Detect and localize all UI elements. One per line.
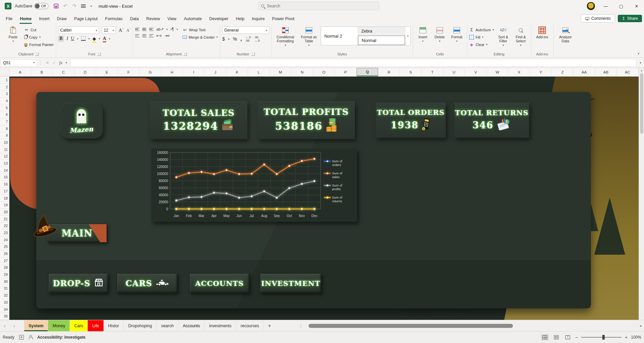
row-header-20[interactable]: 20	[0, 209, 9, 216]
column-header-t[interactable]: T	[421, 68, 443, 76]
sheet-tab-life[interactable]: Life	[88, 320, 104, 331]
comma-style-icon[interactable]: ,	[240, 36, 242, 42]
row-header-2[interactable]: 2	[0, 84, 9, 91]
collapse-ribbon-chevron-icon[interactable]: ▾	[634, 52, 643, 57]
column-header-y[interactable]: Y	[530, 68, 552, 76]
alignment-dialog-launcher-icon[interactable]	[184, 52, 187, 56]
scroll-up-icon[interactable]: ▴	[641, 68, 642, 72]
row-header-17[interactable]: 17	[0, 188, 9, 195]
clipboard-dialog-launcher-icon[interactable]	[35, 52, 39, 56]
tab-scrollbar-splitter[interactable]: ⋮	[295, 320, 307, 331]
column-header-u[interactable]: U	[443, 68, 465, 76]
enter-icon[interactable]: ✓	[52, 60, 56, 65]
zoom-level[interactable]: 100%	[631, 335, 641, 340]
expand-formula-bar-icon[interactable]: ▾	[638, 61, 643, 65]
macro-record-icon[interactable]	[19, 335, 24, 340]
merge-center-button[interactable]: ↔Merge & Center▾	[183, 34, 218, 40]
align-middle-icon[interactable]	[142, 28, 147, 31]
cars-button[interactable]: CARS	[117, 273, 177, 293]
column-header-d[interactable]: D	[75, 68, 96, 76]
font-color-button[interactable]: A	[103, 36, 106, 41]
column-header-z[interactable]: Z	[552, 68, 574, 76]
align-bottom-icon[interactable]	[149, 28, 154, 31]
autosave-switch[interactable]: Off	[34, 3, 48, 9]
row-header-1[interactable]: 1	[0, 77, 9, 84]
wrap-text-button[interactable]: ↩Wrap Text	[183, 27, 218, 33]
ribbon-tab-formulas[interactable]: Formulas	[102, 14, 126, 24]
sheet-nav-left-icon[interactable]: ‹	[0, 320, 9, 331]
column-header-i[interactable]: I	[183, 68, 205, 76]
row-header-18[interactable]: 18	[0, 195, 9, 202]
style-normal-2[interactable]: Normal 2	[321, 27, 358, 45]
row-header-3[interactable]: 3	[0, 90, 9, 97]
column-header-h[interactable]: H	[161, 68, 183, 76]
bold-button[interactable]: B	[58, 36, 64, 42]
text-direction-icon[interactable]: ›¶	[170, 27, 174, 32]
analyze-data-button[interactable]: Analyze Data	[556, 25, 575, 43]
underline-button[interactable]: U	[71, 36, 74, 41]
zoom-slider-handle[interactable]	[602, 335, 605, 340]
row-header-34[interactable]: 34	[0, 306, 9, 313]
delete-cells-button[interactable]: Delete▾	[432, 25, 447, 43]
decrease-decimal-icon[interactable]: .00→.0	[254, 36, 260, 42]
fill-color-button[interactable]: ◆	[92, 36, 96, 42]
column-header-b[interactable]: B	[31, 68, 53, 76]
conditional-formatting-button[interactable]: Conditional Formatting▾	[274, 25, 297, 47]
number-format-select[interactable]: General▾	[222, 27, 269, 34]
investment-button[interactable]: INVESTMENT	[260, 273, 321, 293]
orientation-icon[interactable]: ab↗	[156, 27, 163, 32]
copy-button[interactable]: Copy▾	[24, 34, 54, 40]
ribbon-tab-view[interactable]: View	[164, 14, 180, 24]
row-header-9[interactable]: 9	[0, 132, 9, 139]
ribbon-tab-automate[interactable]: Automate	[180, 14, 206, 24]
zoom-out-icon[interactable]: −	[575, 335, 578, 340]
sheet-tab-dropshoping[interactable]: Dropshoping	[124, 320, 157, 331]
row-header-21[interactable]: 21	[0, 216, 9, 223]
horizontal-scroll-thumb[interactable]	[309, 324, 513, 328]
align-left-icon[interactable]	[135, 34, 139, 37]
redo-icon[interactable]: ↷	[72, 3, 77, 9]
horizontal-scrollbar[interactable]: ▸	[307, 320, 644, 331]
fill-button[interactable]: ↓Fill▾	[469, 34, 494, 40]
clear-button[interactable]: ◈Clear▾	[469, 41, 494, 48]
ribbon-tab-developer[interactable]: Developer	[205, 14, 232, 24]
paste-button[interactable]: Paste▾	[3, 25, 23, 43]
row-header-5[interactable]: 5	[0, 104, 9, 112]
column-header-ab[interactable]: AB	[595, 68, 617, 76]
format-cells-button[interactable]: Format▾	[449, 25, 465, 43]
row-header-27[interactable]: 27	[0, 257, 9, 264]
align-right-icon[interactable]	[149, 34, 154, 37]
column-header-m[interactable]: M	[270, 68, 292, 76]
normal-view-button[interactable]	[541, 334, 549, 341]
column-header-q[interactable]: Q	[357, 68, 378, 76]
search-input[interactable]	[267, 4, 376, 8]
save-icon[interactable]	[54, 4, 58, 8]
sheet-tab-money[interactable]: Money	[48, 320, 70, 331]
name-box[interactable]: Q51▾	[1, 59, 37, 67]
accounts-button[interactable]: ACCOUNTS	[190, 273, 249, 293]
row-header-32[interactable]: 32	[0, 292, 9, 299]
row-header-16[interactable]: 16	[0, 181, 9, 188]
maximize-button[interactable]: ▢	[616, 4, 626, 9]
row-header-4[interactable]: 4	[0, 97, 9, 104]
align-top-icon[interactable]	[135, 28, 139, 31]
row-header-15[interactable]: 15	[0, 174, 9, 181]
row-header-12[interactable]: 12	[0, 153, 9, 160]
formula-input[interactable]	[71, 59, 637, 67]
italic-button[interactable]: I	[67, 36, 68, 41]
row-header-31[interactable]: 31	[0, 285, 9, 292]
column-header-r[interactable]: R	[378, 68, 400, 76]
row-header-24[interactable]: 24	[0, 237, 9, 244]
insert-function-icon[interactable]: fx	[59, 60, 62, 66]
format-painter-button[interactable]: Format Painter	[24, 41, 54, 48]
new-sheet-button[interactable]: +	[264, 320, 275, 331]
accounting-format-icon[interactable]: $	[222, 36, 225, 42]
column-header-g[interactable]: G	[139, 68, 161, 76]
column-header-a[interactable]: A	[9, 68, 31, 76]
column-header-j[interactable]: J	[205, 68, 227, 76]
page-break-view-button[interactable]	[564, 334, 572, 341]
column-header-c[interactable]: C	[53, 68, 75, 76]
ribbon-tab-draw[interactable]: Draw	[53, 14, 70, 24]
dashboard-chart[interactable]: 0200004000060000800001000001200001400001…	[151, 148, 357, 222]
row-header-10[interactable]: 10	[0, 139, 9, 146]
